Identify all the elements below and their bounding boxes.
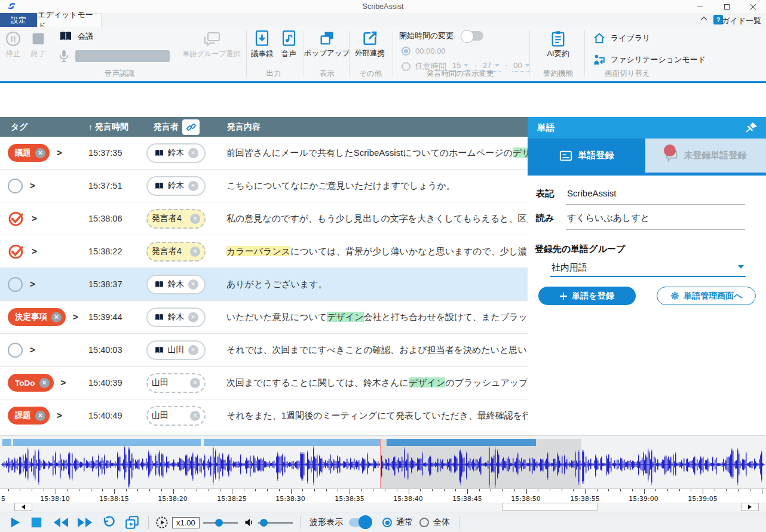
speed-slider-track[interactable] (203, 522, 238, 524)
export-audio-button[interactable]: 音声 (281, 30, 297, 59)
remove-speaker-icon[interactable]: × (188, 345, 198, 355)
maximize-button[interactable] (713, 0, 740, 13)
stop-button[interactable] (30, 512, 43, 532)
header-tag[interactable]: タグ (0, 117, 88, 137)
playhead-line[interactable] (380, 439, 381, 489)
transcript-row[interactable]: > 15:40:03 山田 × それでは、次回までにすべきことの確認、および担当… (0, 334, 528, 367)
speech-segment-bar[interactable] (2, 439, 11, 446)
remove-tag-icon[interactable]: × (35, 148, 45, 158)
volume-slider-knob[interactable] (260, 519, 268, 527)
tag-circle-icon[interactable] (8, 343, 23, 358)
play-button[interactable] (8, 512, 22, 532)
speaker-pill[interactable]: 鈴木 × (146, 307, 206, 327)
remove-speaker-icon[interactable]: × (190, 411, 200, 421)
tag-pill[interactable]: 決定事項× (8, 308, 66, 326)
expand-chevron-icon[interactable]: > (30, 279, 35, 290)
transcript-row[interactable]: > 15:38:06 発言者4 × 私の意見なのですが、もう少し見出しの文字を大… (0, 202, 528, 235)
remove-tag-icon[interactable]: × (51, 312, 62, 322)
speaker-pill[interactable]: 発言者4 × (146, 209, 206, 229)
waveform-toggle[interactable] (349, 512, 370, 532)
word-group-select[interactable]: 社内用語 (551, 262, 587, 273)
tag-check-icon[interactable] (8, 243, 24, 260)
tab-settings[interactable]: 設定 (0, 13, 37, 27)
utterance-text[interactable]: こちらについてなにかご意見いただけますでしょうか。 (221, 180, 528, 192)
waveform-zone[interactable] (0, 435, 766, 488)
speaker-pill[interactable]: 鈴木 × (146, 275, 206, 294)
expand-chevron-icon[interactable]: > (57, 147, 62, 158)
utterance-text[interactable]: それをまた、1週間後のミーティングにて発表していただき、最終確認を行いたいと思 (221, 410, 528, 422)
replay-button[interactable] (102, 512, 116, 532)
remove-speaker-icon[interactable]: × (188, 148, 198, 158)
speaker-link-button[interactable] (182, 119, 200, 135)
expand-chevron-icon[interactable]: > (30, 180, 35, 191)
header-speaker[interactable]: 発言者 (146, 117, 221, 137)
tag-circle-icon[interactable] (8, 179, 23, 193)
utterance-text[interactable]: 私の意見なのですが、もう少し見出しの文字を大きくしてもらえると、区別がつきや (221, 213, 528, 225)
speech-segment-bar[interactable] (13, 439, 201, 446)
transcript-row[interactable]: ToDo× > 15:40:39 山田 × 次回までにすることに関しては、鈴木さ… (0, 367, 528, 399)
tag-check-icon[interactable] (8, 210, 24, 227)
expand-chevron-icon[interactable]: > (32, 246, 37, 257)
scroll-left-button[interactable] (14, 503, 32, 511)
register-word-button[interactable]: 単語を登録 (538, 287, 636, 305)
guide-list-link[interactable]: ガイド一覧 (722, 16, 761, 26)
word-manage-button[interactable]: 単語管理画面へ (657, 287, 756, 305)
remove-speaker-icon[interactable]: × (190, 247, 200, 257)
tab-word-register[interactable]: 単語登録 (528, 139, 645, 173)
speaker-pill[interactable]: 山田 × (146, 373, 206, 393)
speaker-pill[interactable]: 山田 × (146, 340, 206, 360)
remove-speaker-icon[interactable]: × (190, 378, 200, 388)
speaker-pill[interactable]: 鈴木 × (146, 176, 206, 196)
expand-chevron-icon[interactable]: > (73, 312, 78, 322)
remove-tag-icon[interactable]: × (39, 378, 50, 388)
remove-speaker-icon[interactable]: × (190, 214, 200, 224)
radio-normal[interactable]: 通常 (382, 512, 413, 532)
scroll-right-button[interactable] (741, 503, 759, 511)
tag-pill[interactable]: ToDo× (8, 374, 54, 392)
speaker-pill[interactable]: 鈴木 × (146, 143, 206, 163)
transcript-row[interactable]: 決定事項× > 15:39:44 鈴木 × いただいた意見についてデザイン会社と… (0, 301, 528, 334)
tab-edit-mode[interactable]: エディットモード (37, 13, 102, 27)
header-content[interactable]: 発言内容 (221, 117, 528, 137)
close-button[interactable] (740, 0, 766, 13)
unpin-icon[interactable] (744, 121, 759, 135)
fast-forward-button[interactable] (76, 512, 93, 532)
volume-slider-track[interactable] (258, 522, 293, 524)
utterance-text[interactable]: カラーバランスについては、背景が少し薄いかなと思いますので、少し濃くしていただ (221, 246, 528, 257)
remove-speaker-icon[interactable]: × (188, 312, 198, 322)
speed-slider-knob[interactable] (215, 519, 223, 527)
rewind-button[interactable] (53, 512, 69, 532)
utterance-text[interactable]: いただいた意見についてデザイン会社と打ち合わせを設けて、またブラッシュアップし (221, 312, 528, 323)
remove-speaker-icon[interactable]: × (188, 279, 198, 290)
ai-summary-button[interactable]: AI要約 (541, 30, 575, 59)
expand-chevron-icon[interactable]: > (57, 410, 62, 421)
remove-speaker-icon[interactable]: × (188, 181, 198, 191)
library-button[interactable]: ライブラリ (593, 32, 651, 45)
facilitation-mode-button[interactable]: ファシリテーションモード (593, 53, 706, 66)
transcript-row[interactable]: 課題× > 15:40:49 山田 × それをまた、1週間後のミーティングにて発… (0, 399, 528, 432)
tag-pill[interactable]: 議題× (8, 144, 50, 162)
minimize-button[interactable] (687, 0, 713, 13)
speaker-pill[interactable]: 発言者4 × (146, 242, 206, 262)
external-link-button[interactable]: 外部連携 (351, 30, 388, 59)
radio-all[interactable]: 全体 (419, 512, 450, 532)
utterance-text[interactable]: 前回皆さんにメールで共有したScribeAssistについてのホームページのデザ… (221, 147, 528, 159)
notation-input[interactable]: ScribeAssist (567, 188, 617, 198)
speed-value-box[interactable]: x1.00 (172, 512, 200, 532)
speech-segment-bar[interactable] (387, 439, 536, 446)
header-time[interactable]: ↑発言時間 (88, 117, 146, 137)
expand-chevron-icon[interactable]: > (30, 345, 35, 355)
transcript-row[interactable]: > 15:38:22 発言者4 × カラーバランスについては、背景が少し薄いかな… (0, 235, 528, 268)
start-time-toggle[interactable] (462, 31, 483, 41)
collapse-ribbon-icon[interactable] (700, 16, 707, 21)
transcript-row[interactable]: > 15:37:51 鈴木 × こちらについてなにかご意見いただけますでしょうか… (0, 170, 528, 202)
utterance-text[interactable]: それでは、次回までにすべきことの確認、および担当者を決めたいと思います。 (221, 345, 528, 356)
transcript-row[interactable]: 議題× > 15:37:35 鈴木 × 前回皆さんにメールで共有したScribe… (0, 137, 528, 170)
repeat-section-button[interactable] (124, 512, 140, 532)
expand-chevron-icon[interactable]: > (32, 213, 37, 224)
expand-chevron-icon[interactable]: > (61, 377, 66, 388)
volume-slider[interactable] (258, 512, 293, 532)
export-minutes-button[interactable]: 議事録 (251, 30, 274, 59)
speaker-pill[interactable]: 山田 × (146, 406, 206, 426)
tag-pill[interactable]: 課題× (8, 407, 50, 425)
